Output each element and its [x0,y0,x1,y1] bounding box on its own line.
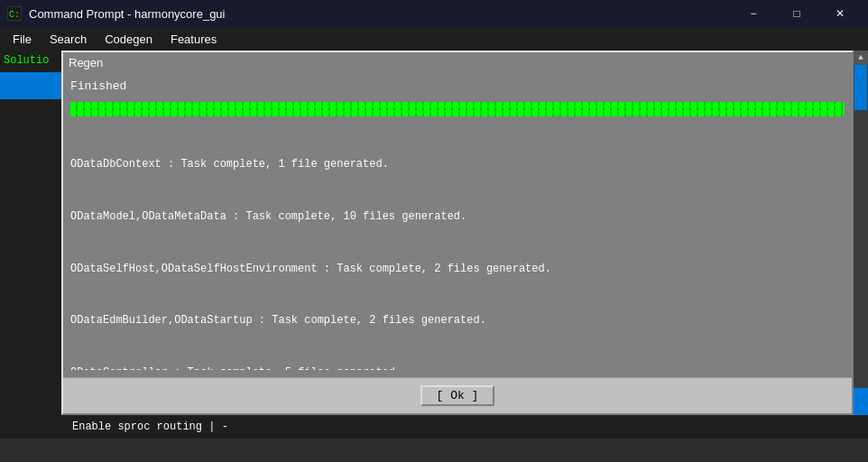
dialog-finished-label: Finished [70,79,845,97]
regen-dialog: Regen Finished ODataDbContext : Task com… [61,51,854,415]
log-line-4: ODataEdmBuilder,ODataStartup : Task comp… [70,312,845,329]
cmd-icon: C: [7,6,22,21]
status-bar: Enable sproc routing | - [0,415,868,439]
scrollbar-up-arrow[interactable]: ▲ [854,51,868,65]
menu-features[interactable]: Features [162,31,226,48]
ok-button[interactable]: [ Ok ] [420,385,495,406]
menu-codegen[interactable]: Codegen [96,31,162,48]
main-area: Solutio Regen Finished ODataDbContext : … [0,51,868,439]
minimize-button[interactable]: − [733,0,774,27]
log-line-1: ODataDbContext : Task complete, 1 file g… [70,156,845,173]
dialog-footer: [ Ok ] [63,377,852,413]
log-line-3: ODataSelfHost,ODataSelfHostEnvironment :… [70,261,845,278]
sidebar-header: Solutio [0,51,68,70]
title-bar: C: Command Prompt - harmonycore_gui − □ … [0,0,868,27]
menu-bar: File Search Codegen Features [0,27,868,51]
dialog-title: Regen [63,52,852,72]
scrollbar-thumb[interactable] [854,65,867,110]
dialog-content: Finished ODataDbContext : Task complete,… [63,72,852,377]
svg-text:C:: C: [9,10,20,20]
menu-file[interactable]: File [4,31,41,48]
log-line-2: ODataModel,ODataMetaData : Task complete… [70,208,845,226]
log-line-5: ODataController : Task complete, 5 files… [70,365,845,370]
menu-search[interactable]: Search [41,31,96,48]
title-bar-text: Command Prompt - harmonycore_gui [29,7,725,21]
scrollbar-blue-block [854,388,868,415]
status-text: Enable sproc routing | - [0,420,228,433]
title-bar-controls: − □ ✕ [733,0,861,27]
maximize-button[interactable]: □ [776,0,817,27]
sidebar: Solutio [0,51,68,439]
log-output: ODataDbContext : Task complete, 1 file g… [70,122,845,370]
close-button[interactable]: ✕ [819,0,861,27]
sidebar-highlight [0,72,68,99]
progress-bar [70,102,845,116]
main-scrollbar[interactable]: ▲ ▼ [854,51,868,415]
progress-bar-fill [70,102,845,116]
